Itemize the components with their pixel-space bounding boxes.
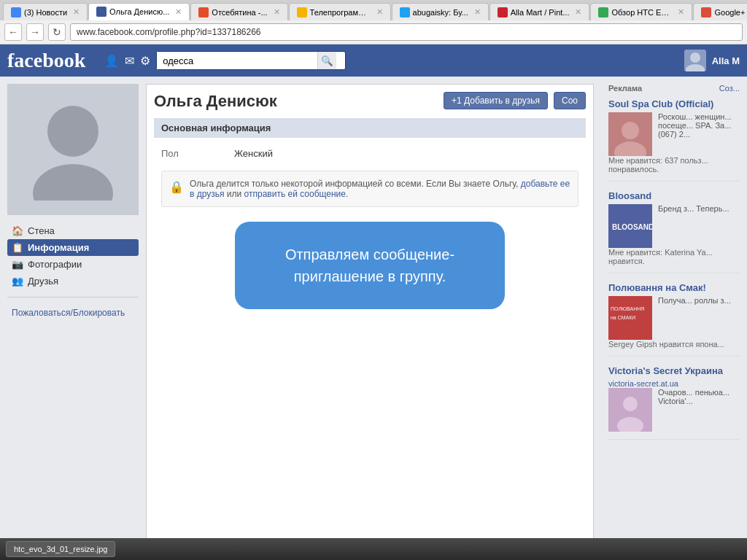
ad-text-soul-spa: Роскош... женщин... посещe... SPA. За...… [658, 112, 740, 139]
header-right: Alla M [684, 50, 740, 71]
person-icon[interactable]: 👤 [104, 54, 119, 68]
browser-tab[interactable]: Alla Mart / Pint...✕ [489, 3, 590, 20]
svg-text:BLOOSAND: BLOOSAND [612, 223, 652, 231]
sidebar-navigation: 🏠 Стена 📋 Информация 📷 Фотографии 👥 Друз… [7, 222, 139, 289]
sidebar-item-info[interactable]: 📋 Информация [7, 239, 139, 256]
ad-sidebar-header: Реклама Соз... [608, 84, 740, 93]
lock-icon: 🔒 [169, 180, 184, 194]
svg-point-13 [623, 397, 638, 411]
user-avatar [684, 50, 706, 71]
browser-tab[interactable]: Отсебятина -...✕ [190, 3, 287, 20]
ad-image-victoria [608, 388, 652, 432]
ad-item-soul-spa: Soul Spa Club (Official) Роскош... женщи… [608, 98, 740, 182]
refresh-button[interactable]: ↻ [48, 23, 66, 41]
main-area: 🏠 Стена 📋 Информация 📷 Фотографии 👥 Друз… [0, 77, 747, 560]
photos-icon: 📷 [12, 259, 23, 270]
facebook-header: facebook 👤 ✉ ⚙ 🔍 Alla M [0, 44, 747, 77]
ad-title-victoria[interactable]: Victoria's Secret Украина [608, 365, 740, 376]
browser-tab[interactable]: abugaisky: Бу...✕ [392, 3, 489, 20]
back-button[interactable]: ← [4, 23, 22, 41]
ad-sidebar: Реклама Соз... Soul Spa Club (Official) … [601, 77, 747, 560]
settings-icon[interactable]: ⚙ [140, 54, 150, 68]
ad-url-victoria[interactable]: victoria-secret.at.ua [608, 379, 740, 388]
address-bar[interactable]: www.facebook.com/profile.php?id=13371862… [70, 23, 743, 41]
address-bar-row: ← → ↻ www.facebook.com/profile.php?id=13… [0, 20, 747, 44]
ad-text-polyvanna: Получа... роллы з... [658, 296, 740, 305]
sidebar-photos-label: Фотографии [28, 259, 82, 270]
overlay-message: Отправляем сообщение-приглашение в групп… [235, 222, 505, 309]
ad-image-polyvanna: ПОЛЮВАННЯна СМАКИ [608, 296, 652, 340]
message-icon[interactable]: ✉ [125, 54, 134, 68]
ad-item-victoria: Victoria's Secret Украина victoria-secre… [608, 365, 740, 440]
browser-tab[interactable]: Ольга Денисю...✕ [88, 3, 190, 20]
ad-likes-soul-spa: Мне нравится: 637 польз... понравилось. [608, 156, 740, 174]
search-button[interactable]: 🔍 [317, 52, 336, 69]
browser-tab[interactable]: Google+✕ [693, 3, 747, 20]
sidebar-item-photos[interactable]: 📷 Фотографии [7, 256, 139, 273]
ad-item-polyvanna: Полювання на Смак! ПОЛЮВАННЯна СМАКИ Пол… [608, 282, 740, 357]
ad-image-soul-spa [608, 112, 652, 156]
action-buttons: +1 Добавить в друзья Coo [444, 92, 586, 109]
svg-point-3 [33, 164, 113, 201]
send-message-link[interactable]: отправить ей сообщение [244, 189, 346, 199]
gender-value: Женский [234, 148, 273, 159]
facebook-logo[interactable]: facebook [7, 49, 85, 72]
browser-tab[interactable]: Обзор HTC EV...✕ [590, 3, 692, 20]
info-icon: 📋 [12, 242, 23, 253]
header-icons: 👤 ✉ ⚙ [104, 54, 150, 68]
forward-button[interactable]: → [26, 23, 44, 41]
privacy-notice: 🔒 Ольга делится только некоторой информа… [161, 171, 578, 207]
report-block-link[interactable]: Пожаловаться/Блокировать [7, 305, 139, 321]
ad-image-bloosand: BLOOSAND [608, 204, 652, 248]
wall-icon: 🏠 [12, 225, 23, 236]
taskbar: htc_evo_3d_01_resize.jpg [0, 538, 747, 560]
ads-create-link[interactable]: Соз... [719, 84, 740, 93]
overlay-text: Отправляем сообщение-приглашение в групп… [285, 246, 454, 284]
profile-header-row: Ольга Денисюк +1 Добавить в друзья Coo [154, 92, 586, 118]
sidebar-wall-label: Стена [28, 225, 55, 236]
sidebar-divider [7, 297, 139, 298]
profile-sidebar: 🏠 Стена 📋 Информация 📷 Фотографии 👥 Друз… [0, 77, 146, 560]
friends-icon: 👥 [12, 276, 23, 287]
ads-title: Реклама [608, 84, 642, 93]
taskbar-item[interactable]: htc_evo_3d_01_resize.jpg [6, 541, 115, 557]
sidebar-friends-label: Друзья [28, 276, 58, 287]
svg-point-1 [686, 64, 705, 71]
browser-tab[interactable]: Телепрограмм...✕ [289, 3, 391, 20]
ad-text-bloosand: Бренд з... Теперь... [658, 204, 740, 213]
svg-text:ПОЛЮВАННЯ: ПОЛЮВАННЯ [611, 306, 644, 311]
ad-likes-bloosand: Мне нравится: Katerina Ya... нравится. [608, 248, 740, 265]
user-name[interactable]: Alla M [712, 55, 740, 66]
gender-label: Пол [161, 148, 205, 159]
privacy-text: Ольга делится только некоторой информаци… [190, 179, 570, 199]
browser-tab[interactable]: (3) Новости✕ [3, 3, 88, 20]
browser-chrome: (3) Новости✕Ольга Денисю...✕Отсебятина -… [0, 0, 747, 44]
search-box[interactable]: 🔍 [156, 51, 346, 70]
ad-item-bloosand: Bloosand BLOOSAND Бренд з... Теперь... М… [608, 190, 740, 273]
svg-point-0 [690, 52, 700, 63]
ad-title-polyvanna[interactable]: Полювання на Смак! [608, 282, 740, 293]
ad-title-soul-spa[interactable]: Soul Spa Club (Official) [608, 98, 740, 109]
profile-content: Ольга Денисюк +1 Добавить в друзья Coo О… [146, 84, 594, 553]
coo-button[interactable]: Coo [554, 92, 586, 109]
svg-point-2 [47, 106, 98, 157]
address-text: www.facebook.com/profile.php?id=13371862… [77, 27, 261, 37]
tab-bar: (3) Новости✕Ольга Денисю...✕Отсебятина -… [0, 0, 747, 20]
section-header-info: Основная информация [154, 118, 586, 138]
ad-likes-polyvanna: Sergey Gipsh нравится япона... [608, 340, 740, 349]
ad-title-bloosand[interactable]: Bloosand [608, 190, 740, 201]
profile-picture [7, 84, 139, 215]
search-input[interactable] [157, 52, 317, 69]
ad-text-victoria: Очаров... пеньюа... Victoria'... [658, 388, 740, 405]
sidebar-item-wall[interactable]: 🏠 Стена [7, 222, 139, 239]
sidebar-info-label: Информация [28, 242, 89, 253]
svg-point-5 [622, 122, 639, 139]
profile-avatar-icon [29, 98, 117, 201]
svg-text:на СМАКИ: на СМАКИ [611, 315, 635, 320]
gender-row: Пол Женский [154, 144, 586, 163]
add-friend-button[interactable]: +1 Добавить в друзья [444, 92, 548, 109]
profile-name: Ольга Денисюк [154, 92, 277, 111]
sidebar-item-friends[interactable]: 👥 Друзья [7, 273, 139, 289]
